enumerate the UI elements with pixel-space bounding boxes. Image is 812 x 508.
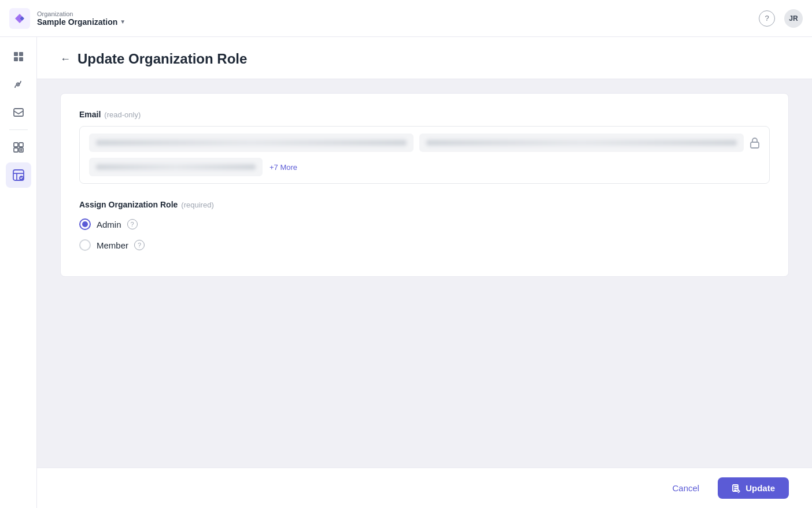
email-readonly-note: (read-only) xyxy=(104,110,141,119)
radio-admin[interactable]: Admin ? xyxy=(79,218,770,230)
more-link[interactable]: +7 More xyxy=(270,163,297,172)
svg-rect-2 xyxy=(19,52,23,56)
page-title-row: ← Update Organization Role xyxy=(60,51,789,67)
email-blur-3 xyxy=(96,164,256,170)
content-area: ← Update Organization Role Email (read-o… xyxy=(37,37,812,508)
email-row-2: +7 More xyxy=(89,158,744,176)
app-logo[interactable] xyxy=(9,8,30,29)
page-content: ← Update Organization Role Email (read-o… xyxy=(37,37,812,468)
update-icon xyxy=(732,484,741,493)
email-blur-1 xyxy=(96,140,407,146)
role-section: Assign Organization Role (required) Admi… xyxy=(79,200,770,251)
member-help-icon[interactable]: ? xyxy=(134,240,145,250)
help-icon[interactable]: ? xyxy=(759,10,775,27)
sidebar-divider xyxy=(9,129,28,130)
page-header: ← Update Organization Role xyxy=(37,37,812,79)
form-card: Email (read-only) xyxy=(60,93,789,277)
org-name[interactable]: Sample Organization ▼ xyxy=(37,17,126,27)
main-layout: ← Update Organization Role Email (read-o… xyxy=(0,37,812,508)
org-label: Organization xyxy=(37,10,126,17)
svg-rect-16 xyxy=(751,142,759,148)
header-right: ? JR xyxy=(759,9,803,28)
role-required-note: (required) xyxy=(181,201,213,209)
sidebar-item-board[interactable] xyxy=(6,162,31,188)
email-tag-3 xyxy=(89,158,263,176)
email-tag-1 xyxy=(89,134,414,152)
svg-point-11 xyxy=(20,149,22,151)
app-header: Organization Sample Organization ▼ ? JR xyxy=(0,0,812,37)
email-section: Email (read-only) xyxy=(79,110,770,184)
sidebar-item-dashboard[interactable] xyxy=(6,44,31,69)
update-button[interactable]: Update xyxy=(718,477,789,499)
radio-admin-circle[interactable] xyxy=(79,218,91,230)
sidebar-item-routes[interactable] xyxy=(6,72,31,97)
avatar[interactable]: JR xyxy=(784,9,803,28)
email-box: +7 More xyxy=(79,126,770,184)
radio-member-label: Member xyxy=(97,240,128,250)
svg-rect-1 xyxy=(14,52,18,56)
back-button[interactable]: ← xyxy=(60,53,71,65)
svg-rect-7 xyxy=(14,143,18,147)
radio-member[interactable]: Member ? xyxy=(79,239,770,251)
radio-admin-inner xyxy=(82,221,88,227)
org-info: Organization Sample Organization ▼ xyxy=(37,10,126,27)
svg-rect-8 xyxy=(19,143,23,147)
admin-help-icon[interactable]: ? xyxy=(127,219,138,229)
sidebar-item-puzzle[interactable] xyxy=(6,135,31,160)
page-title: Update Organization Role xyxy=(77,51,247,67)
page-footer: Cancel Update xyxy=(37,468,812,508)
svg-rect-9 xyxy=(14,148,18,152)
svg-rect-4 xyxy=(19,57,23,61)
email-tag-2 xyxy=(419,134,744,152)
lock-icon xyxy=(750,137,760,149)
sidebar-item-inbox[interactable] xyxy=(6,99,31,125)
email-blur-2 xyxy=(426,140,737,146)
svg-rect-3 xyxy=(14,57,18,61)
role-label: Assign Organization Role (required) xyxy=(79,200,770,209)
radio-admin-label: Admin xyxy=(97,220,121,229)
email-label: Email (read-only) xyxy=(79,110,770,119)
sidebar xyxy=(0,37,37,508)
radio-member-circle[interactable] xyxy=(79,239,91,251)
chevron-down-icon: ▼ xyxy=(120,18,126,25)
cancel-button[interactable]: Cancel xyxy=(663,479,708,498)
